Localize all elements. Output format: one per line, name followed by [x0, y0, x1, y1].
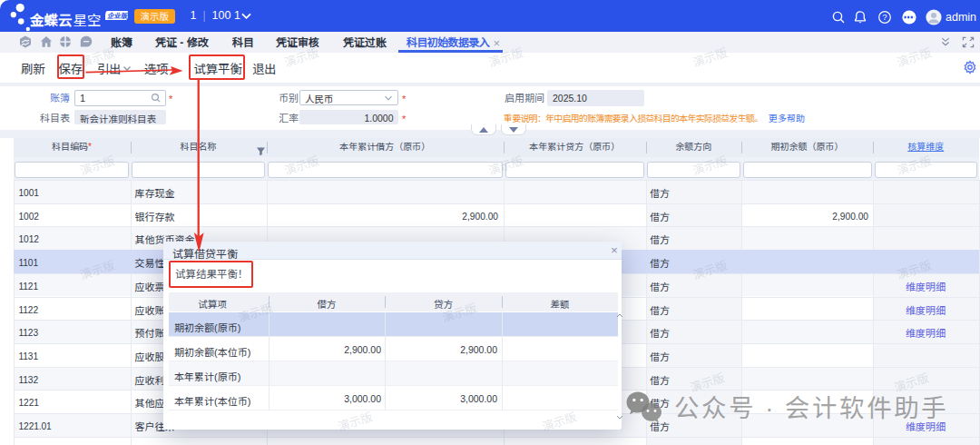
svg-text:企业版: 企业版	[106, 11, 127, 20]
svg-text:?: ?	[882, 13, 887, 22]
